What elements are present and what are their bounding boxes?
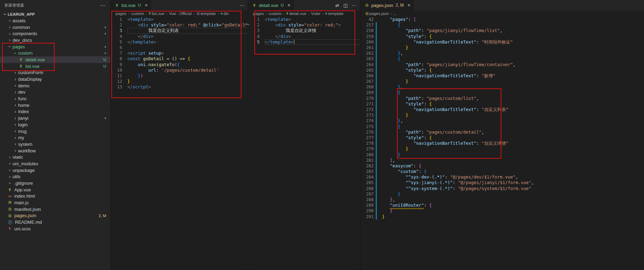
tree-item-components[interactable]: ›components● [0, 30, 110, 37]
breadcrumb-item-pages.json[interactable]: {}pages.json [365, 11, 389, 16]
code-line-9[interactable]: 9 uni.navigateTo({ [111, 62, 248, 68]
code-line-2[interactable]: 2 <div style="color: red;"> [248, 22, 360, 28]
tree-item-login[interactable]: ›login [0, 121, 110, 128]
code-line-12[interactable]: 12} [111, 79, 248, 84]
tab-pages.json[interactable]: {}pages.json2, M× [360, 0, 414, 10]
code-line-264[interactable]: 264 "path": "pages/jianyi/flowTime/conta… [360, 62, 644, 68]
code-line-262[interactable]: 262 }, [360, 50, 644, 56]
code-line-2[interactable]: 2 <div style="color: red;" @click="goDet… [111, 22, 248, 28]
tree-item-list.vue[interactable]: Vlist.vueU [0, 63, 110, 70]
close-icon[interactable]: × [407, 3, 410, 8]
tree-item-App.vue[interactable]: VApp.vue [0, 186, 110, 193]
code-line-260[interactable]: 260 "navigationBarTitleText": "时间组件验证" [360, 39, 644, 45]
more-icon[interactable]: ⋯ [352, 3, 356, 8]
tree-item-utils[interactable]: ›utils [0, 174, 110, 180]
code-line-10[interactable]: 10 url: '/pages/custom/detail' [111, 68, 248, 73]
code-line-276[interactable]: 276 "path": "pages/custom/detail", [360, 129, 644, 135]
breadcrumb-item-template[interactable]: {}template [197, 11, 216, 16]
tree-item-demo[interactable]: ›demo [0, 82, 110, 89]
code-line-257[interactable]: 257 { [360, 22, 644, 28]
code-line-4[interactable]: 4 </div> [248, 34, 360, 39]
code-line-263[interactable]: 263 { [360, 56, 644, 62]
breadcrumb-item-Vue - Official[interactable]: Vue - Official [169, 11, 192, 16]
tab-list.vue[interactable]: Vlist.vueU× [111, 0, 151, 10]
close-icon[interactable]: × [287, 3, 290, 8]
code-line-4[interactable]: 4 </div> [111, 34, 248, 39]
tree-item-static[interactable]: ›static [0, 154, 110, 160]
breadcrumb-item-pages[interactable]: pages [253, 11, 264, 16]
breadcrumb-item-detail.vue[interactable]: Vdetail.vue [286, 11, 307, 16]
code-line-8[interactable]: 8const goDetail = () => { [111, 56, 248, 62]
code-line-277[interactable]: 277 "style": { [360, 135, 644, 141]
code-line-284[interactable]: 284 "^sys-dev-(.*)": "@/pages/dev/$1/for… [360, 174, 644, 180]
code-line-1[interactable]: 1<template> [248, 17, 360, 22]
compare-icon[interactable]: ⇄ [335, 3, 339, 8]
tree-item-uni.scss[interactable]: Suni.scss [0, 225, 110, 232]
code-line-280[interactable]: 280 } [360, 152, 644, 158]
tree-item-detail.vue[interactable]: Vdetail.vueU [0, 56, 110, 63]
breadcrumb-item-Vuter[interactable]: Vuter [311, 11, 320, 16]
code-line-274[interactable]: 274 }, [360, 118, 644, 124]
close-icon[interactable]: × [145, 3, 148, 8]
tree-item-system[interactable]: ›system [0, 141, 110, 148]
code-line-11[interactable]: 11 }) [111, 73, 248, 79]
tree-item-msg[interactable]: ›msg [0, 128, 110, 135]
code-line-265[interactable]: 265 "style": { [360, 68, 644, 73]
code-line-266[interactable]: 266 "navigationBarTitleText": "新增" [360, 73, 644, 79]
tree-item-unpackage[interactable]: ›unpackage [0, 167, 110, 174]
tree-item-jianyi[interactable]: ›jianyi● [0, 115, 110, 121]
split-icon[interactable]: ◫ [343, 3, 348, 8]
code-line-273[interactable]: 273 } [360, 112, 644, 118]
tree-item-index[interactable]: ›index [0, 109, 110, 115]
code-line-281[interactable]: 281 ], [360, 158, 644, 163]
code-line-285[interactable]: 285 "^sys-jianyi-(.*)": "@/pages/jianyi/… [360, 180, 644, 185]
code-line-7[interactable]: 7<script setup> [111, 50, 248, 56]
tree-item-custom[interactable]: ›custom● [0, 50, 110, 56]
breadcrumb-item-...[interactable]: ... [393, 11, 397, 16]
code-line-267[interactable]: 267 } [360, 79, 644, 84]
breadcrumb-item-pages[interactable]: pages [116, 11, 126, 16]
code-line-282[interactable]: 282 "easycom": { [360, 163, 644, 169]
breadcrumb-item-div[interactable]: ⊘div [221, 11, 229, 16]
code-line-259[interactable]: 259 "style": { [360, 34, 644, 39]
tree-item-dev_docs[interactable]: ›dev_docs [0, 37, 110, 43]
tree-item-README.md[interactable]: iREADME.md [0, 219, 110, 225]
code-line-269[interactable]: 269 { [360, 90, 644, 95]
code-line-6[interactable]: 6 [111, 45, 248, 50]
tree-item-.gitignore[interactable]: ◆.gitignore [0, 180, 110, 186]
code-line-290[interactable]: 290 } [360, 208, 644, 214]
code-line-271[interactable]: 271 "style": { [360, 101, 644, 107]
tree-item-assets[interactable]: ›assets [0, 17, 110, 24]
code-line-283[interactable]: 283 "custom": { [360, 169, 644, 174]
explorer-more-actions-icon[interactable]: ⋯ [100, 3, 105, 8]
code-line-275[interactable]: 275 { [360, 124, 644, 129]
code-area[interactable]: 42 "pages": [257 {258 "path": "pages/jia… [360, 17, 644, 220]
code-line-291[interactable]: 291} [360, 214, 644, 220]
tree-item-index.html[interactable]: <>index.html [0, 193, 110, 200]
code-line-279[interactable]: 279 } [360, 146, 644, 152]
breadcrumb-item-template[interactable]: ⊘template [325, 11, 344, 16]
code-line-272[interactable]: 272 "navigationBarTitleText": "自定义列表" [360, 107, 644, 112]
code-line-3[interactable]: 3 我是自定义列表 [111, 28, 248, 33]
code-line-286[interactable]: 286 "^sys-system-(.*)": "@/pages/system/… [360, 186, 644, 191]
breadcrumb-item-list.vue[interactable]: Vlist.vue [149, 11, 164, 16]
code-line-258[interactable]: 258 "path": "pages/jianyi/flowTime/list"… [360, 28, 644, 33]
code-area[interactable]: 1<template>2 <div style="color: red;" @c… [111, 17, 248, 90]
more-icon[interactable]: ⋯ [239, 3, 244, 8]
code-line-13[interactable]: 13</script> [111, 84, 248, 90]
code-line-3[interactable]: 3 我是自定义详情 [248, 28, 360, 33]
code-line-288[interactable]: 288 }, [360, 197, 644, 202]
tree-item-manifest.json[interactable]: {}manifest.json [0, 206, 110, 213]
tree-item-workflow[interactable]: ›workflow [0, 148, 110, 154]
tree-item-main.js[interactable]: JSmain.js [0, 199, 110, 206]
code-line-268[interactable]: 268 }, [360, 84, 644, 90]
tab-detail.vue[interactable]: Vdetail.vueU× [248, 0, 294, 10]
tree-item-dev[interactable]: ›dev [0, 89, 110, 96]
code-line-261[interactable]: 261 } [360, 45, 644, 50]
code-line-42[interactable]: 42 "pages": [ [360, 17, 644, 22]
tree-root-folder[interactable]: › LEARUN_APP [0, 11, 110, 17]
breadcrumb-item-custom[interactable]: custom [269, 11, 281, 16]
tree-item-pages[interactable]: ›pages● [0, 43, 110, 50]
tree-item-uni_modules[interactable]: ›uni_modules [0, 160, 110, 167]
tree-item-common[interactable]: ›common● [0, 24, 110, 31]
